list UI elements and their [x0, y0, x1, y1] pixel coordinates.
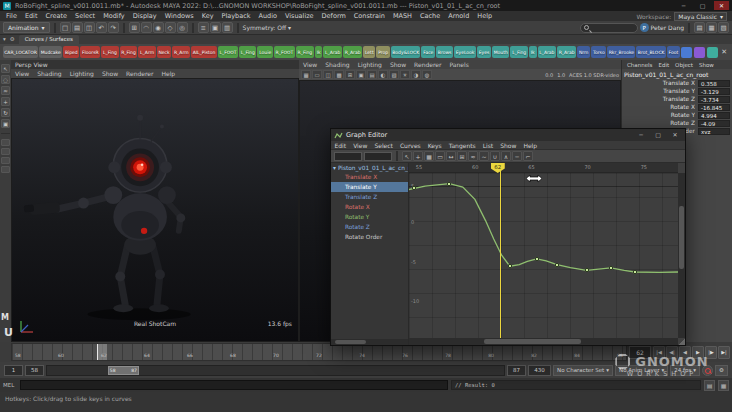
- field-chart-icon[interactable]: ⊞: [345, 70, 355, 79]
- channel-value-field[interactable]: -4.09: [698, 120, 730, 127]
- lights-icon[interactable]: ☀: [400, 70, 410, 79]
- ge-minimize-button[interactable]: ─: [634, 130, 648, 140]
- playback-end-field[interactable]: [507, 365, 526, 376]
- lasso-tool-icon[interactable]: ◌: [1, 75, 10, 84]
- scrollbar-thumb[interactable]: [679, 206, 684, 269]
- layout-single-pane-button[interactable]: [1, 139, 10, 146]
- shelf-button-car-locator[interactable]: CAR_LOCATOR: [3, 46, 38, 58]
- ge-playhead-flag[interactable]: 62: [491, 163, 505, 173]
- shelf-button-l-foot[interactable]: L_FOOT: [218, 46, 238, 58]
- shelf-button-r-arab[interactable]: R_Arab: [557, 46, 576, 58]
- curve-keyframe[interactable]: [609, 266, 613, 270]
- range-handle[interactable]: 58 87: [108, 366, 139, 375]
- ge-menu-list[interactable]: List: [479, 141, 497, 150]
- shelf-button-l-arm[interactable]: L_Arm: [138, 46, 155, 58]
- menu-modify[interactable]: Modify: [99, 11, 129, 21]
- gate-mask-icon[interactable]: ▩: [334, 70, 344, 79]
- animation-preferences-icon[interactable]: ⚙: [715, 365, 728, 376]
- character-set-selector[interactable]: No Character Set ▾: [553, 365, 613, 376]
- undo-icon[interactable]: ↶: [96, 22, 107, 33]
- ge-channel-rotate-z[interactable]: Rotate Z: [331, 222, 408, 232]
- shelf-button-torso[interactable]: Torso: [591, 46, 606, 58]
- menu-file[interactable]: File: [2, 11, 21, 21]
- command-language-toggle[interactable]: MEL: [3, 382, 17, 388]
- anim-layer-selector[interactable]: No Anim Layer ▾: [615, 365, 668, 376]
- command-input[interactable]: [20, 380, 448, 390]
- shelf-button-l-arab[interactable]: L_Arab: [538, 46, 557, 58]
- ipr-render-icon[interactable]: ▥: [222, 22, 233, 33]
- symmetry-selector[interactable]: Symmetry: Off ▾: [243, 24, 291, 31]
- menu-help[interactable]: Help: [473, 11, 496, 21]
- insert-keys-icon[interactable]: +: [413, 151, 423, 161]
- curve-keyframe[interactable]: [447, 182, 451, 186]
- cb-menu-show[interactable]: Show: [696, 62, 717, 68]
- construction-history-icon[interactable]: ≡: [198, 22, 209, 33]
- vp1-menu-help[interactable]: Help: [157, 70, 179, 77]
- ge-stats-time-field[interactable]: [334, 152, 362, 161]
- snap-to-plane-icon[interactable]: ◇: [165, 22, 176, 33]
- ge-menu-view[interactable]: View: [350, 141, 371, 150]
- vp2-menu-view[interactable]: View: [299, 61, 321, 68]
- shelf-button-r-arab[interactable]: R_Arab: [343, 46, 362, 58]
- curve-keyframe[interactable]: [412, 186, 416, 190]
- channel-box-node-name[interactable]: Piston_v01_01_L_ac_cn_root: [622, 69, 732, 79]
- textured-icon[interactable]: ▨: [389, 70, 399, 79]
- shelf-button-r-fing[interactable]: R_Fing: [120, 46, 138, 58]
- shelf-button-lett[interactable]: Lett: [363, 46, 375, 58]
- layout-persp-outliner-button[interactable]: [1, 166, 10, 173]
- menu-arnold[interactable]: Arnold: [444, 11, 473, 21]
- ge-channel-rotate-x[interactable]: Rotate X: [331, 202, 408, 212]
- ge-channel-translate-y[interactable]: Translate Y: [331, 182, 408, 192]
- content-browser-icon[interactable]: ▦: [718, 380, 729, 391]
- shelf-button-ik[interactable]: Ik: [529, 46, 537, 58]
- curve-keyframe[interactable]: [633, 270, 637, 274]
- menu-deform[interactable]: Deform: [318, 11, 350, 21]
- shelf-button-rkr-brooke[interactable]: Rkr_Brooke: [607, 46, 635, 58]
- ge-menu-curves[interactable]: Curves: [396, 141, 424, 150]
- curve-keyframe[interactable]: [585, 268, 589, 272]
- animation-end-field[interactable]: [528, 365, 551, 376]
- frame-all-icon[interactable]: ⊞: [457, 151, 467, 161]
- clamped-tangent-icon[interactable]: ∪: [490, 151, 500, 161]
- shelf-item-blue-icon[interactable]: [681, 47, 692, 58]
- menu-audio[interactable]: Audio: [255, 11, 281, 21]
- cb-menu-edit[interactable]: Edit: [655, 62, 672, 68]
- panel-title[interactable]: Persp View: [11, 60, 299, 69]
- playback-start-field[interactable]: [25, 365, 44, 376]
- channel-box-toggle-icon[interactable]: ▧: [718, 22, 729, 33]
- ge-menu-help[interactable]: Help: [520, 141, 541, 150]
- auto-tangent-icon[interactable]: ≈: [468, 151, 478, 161]
- snap-to-grid-icon[interactable]: ⊞: [129, 22, 140, 33]
- ge-stats-value-field[interactable]: [364, 152, 392, 161]
- tool-settings-toggle-icon[interactable]: ▦: [706, 22, 717, 33]
- scale-tool-icon[interactable]: ▣: [1, 119, 10, 128]
- menu-set-selector[interactable]: Animation ▾: [3, 22, 50, 33]
- shelf-button-louie[interactable]: Louie: [257, 46, 272, 58]
- shelf-close-icon[interactable]: ✕: [719, 48, 729, 56]
- menu-mash[interactable]: MASH: [389, 11, 416, 21]
- gamma-value[interactable]: 1.0: [557, 72, 565, 78]
- shelf-button-floorsr[interactable]: FloorsR: [80, 46, 100, 58]
- ge-maximize-button[interactable]: ▢: [651, 130, 665, 140]
- vp1-menu-show[interactable]: Show: [98, 70, 122, 77]
- shelf-button-r-arm[interactable]: R_Arm: [172, 46, 190, 58]
- film-gate-icon[interactable]: ▭: [312, 70, 322, 79]
- menu-key[interactable]: Key: [198, 11, 218, 21]
- snap-to-point-icon[interactable]: ◉: [153, 22, 164, 33]
- vp2-menu-lighting[interactable]: Lighting: [354, 61, 386, 68]
- maximize-button[interactable]: ▢: [695, 1, 710, 10]
- menu-windows[interactable]: Windows: [161, 11, 198, 21]
- shelf-button-ail-piston[interactable]: AIL_Piston: [191, 46, 217, 58]
- vp2-menu-renderer[interactable]: Renderer: [410, 61, 445, 68]
- shelf-button-eyelook[interactable]: EyeLook: [454, 46, 476, 58]
- save-scene-icon[interactable]: ◫: [84, 22, 95, 33]
- spline-tangent-icon[interactable]: ∼: [479, 151, 489, 161]
- ge-outliner-root[interactable]: ▾ Piston_v01_01_L_ac_cn_root: [331, 163, 408, 172]
- shelf-button-eyes[interactable]: Eyes: [477, 46, 491, 58]
- exposure-value[interactable]: 0.0: [545, 72, 553, 78]
- close-button[interactable]: ✕: [714, 1, 729, 10]
- shelf-gear-icon[interactable]: ⚙: [10, 35, 15, 44]
- menu-constrain[interactable]: Constrain: [350, 11, 389, 21]
- go-to-end-button[interactable]: ▶|: [718, 346, 730, 359]
- layout-four-pane-button[interactable]: [1, 148, 10, 155]
